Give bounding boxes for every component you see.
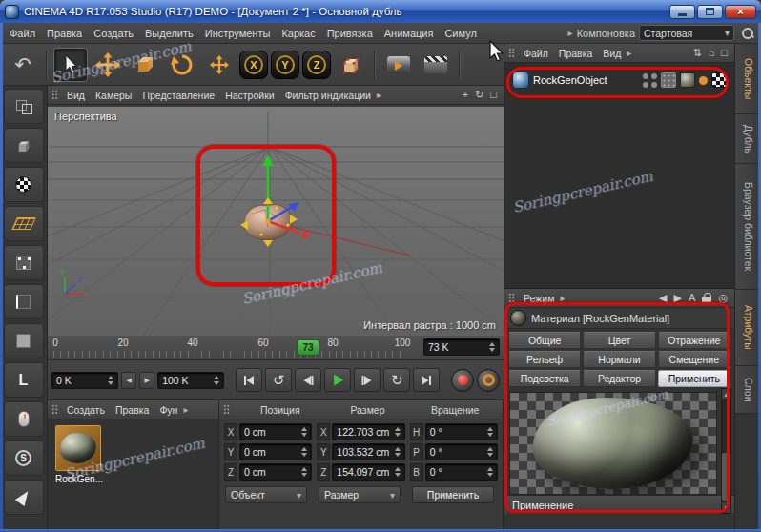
timeline-ruler[interactable]: 0 20 40 60 80 100 73 73 K — [48, 336, 504, 360]
render-view-button[interactable] — [381, 48, 416, 82]
grip-icon[interactable] — [508, 48, 515, 58]
play-backward-button[interactable]: ↺ — [265, 368, 292, 392]
rotate-tool[interactable] — [165, 48, 199, 82]
titlebar[interactable]: CINEMA 4D R17.053 Studio (R17) DEMO - [Д… — [0, 0, 761, 23]
menu-edit[interactable]: Правка — [41, 23, 88, 44]
range-start-field[interactable]: 0 K — [51, 372, 118, 389]
grip-icon[interactable] — [51, 404, 58, 415]
undo-button[interactable]: ↶ — [6, 48, 40, 82]
range-end-spinner[interactable] — [211, 376, 219, 385]
spinner[interactable] — [392, 467, 401, 477]
z-axis-lock-button[interactable]: Z — [302, 51, 331, 79]
make-editable-button[interactable] — [4, 89, 44, 124]
position-y-field[interactable]: 0 cm — [239, 443, 312, 460]
viewport-solo-button[interactable] — [4, 401, 44, 437]
menu-animation[interactable]: Анимация — [379, 23, 440, 44]
record-button[interactable] — [451, 369, 474, 392]
grip-icon[interactable] — [223, 404, 230, 415]
frame-spinner[interactable] — [486, 342, 495, 352]
render-settings-button[interactable] — [419, 48, 453, 82]
points-mode-button[interactable] — [4, 245, 44, 280]
side-tab-objects[interactable]: Объекты — [735, 44, 761, 114]
play-forward-button[interactable]: ↻ — [383, 368, 410, 392]
rotate-view-icon[interactable]: ↻ — [472, 90, 486, 100]
next-key-button[interactable] — [354, 368, 380, 392]
texture-mode-button[interactable] — [4, 167, 44, 202]
material-name[interactable]: RockGen... — [55, 474, 105, 484]
goto-start-button[interactable] — [236, 368, 262, 392]
menu-create[interactable]: Создать — [88, 23, 139, 44]
ruler-track[interactable]: 0 20 40 60 80 100 73 — [50, 336, 420, 360]
play-button[interactable] — [324, 368, 351, 392]
spinner[interactable] — [298, 467, 307, 477]
close-button[interactable]: × — [725, 5, 756, 19]
rotation-b-field[interactable]: 0 ° — [425, 463, 498, 481]
autokey-button[interactable] — [477, 369, 500, 392]
coordinates-apply-button[interactable]: Применить — [412, 486, 494, 503]
x-axis-lock-button[interactable]: X — [239, 51, 268, 79]
last-used-tool[interactable] — [202, 48, 237, 82]
layout-select[interactable]: Стартовая ▾ — [639, 25, 734, 41]
side-tab-take[interactable]: Дубль — [735, 114, 761, 164]
polygons-mode-button[interactable] — [4, 323, 44, 358]
range-next-button[interactable]: ▶ — [139, 372, 154, 389]
edges-mode-button[interactable] — [4, 284, 44, 319]
material-menu-create[interactable]: Создать — [62, 400, 110, 419]
filter-icon[interactable]: □ — [718, 48, 730, 58]
material-thumbnail[interactable] — [55, 425, 101, 471]
side-tab-content-browser[interactable]: Браузер библиотек — [735, 164, 761, 290]
viewport-menu-display[interactable]: Представление — [137, 86, 219, 105]
toggle-view-icon[interactable]: □ — [487, 90, 500, 100]
side-tab-layers[interactable]: Слои — [735, 366, 761, 414]
spinner[interactable] — [298, 427, 307, 437]
range-end-field[interactable]: 100 K — [157, 372, 224, 389]
material-menu-edit[interactable]: Правка — [111, 400, 154, 419]
menu-file[interactable]: Файл — [4, 23, 41, 44]
object-menu-file[interactable]: Файл — [519, 44, 553, 63]
current-frame-marker[interactable]: 73 — [297, 339, 319, 356]
sort-icon[interactable]: ⇅ — [689, 48, 704, 58]
range-prev-button[interactable]: ◀ — [121, 372, 136, 389]
spinner[interactable] — [484, 447, 493, 457]
object-mode-dropdown[interactable]: Объект▾ — [225, 486, 307, 503]
snap-toggle-button[interactable]: S — [4, 440, 44, 476]
spinner[interactable] — [484, 467, 493, 477]
side-tab-attributes[interactable]: Атрибуты — [735, 290, 761, 366]
search-icon[interactable] — [741, 27, 754, 40]
overflow-arrow-icon[interactable]: ▸ — [627, 48, 631, 58]
material-menu-function[interactable]: Фун — [154, 400, 182, 419]
menu-simulate[interactable]: Симул — [439, 23, 482, 44]
spinner[interactable] — [484, 427, 493, 437]
grip-icon[interactable] — [51, 90, 58, 100]
spline-pen-button[interactable] — [4, 480, 44, 515]
spinner[interactable] — [298, 447, 307, 457]
previous-key-button[interactable] — [295, 368, 321, 392]
rotation-p-field[interactable]: 0 ° — [425, 443, 498, 460]
position-z-field[interactable]: 0 cm — [239, 463, 312, 481]
viewport-menu-cameras[interactable]: Камеры — [91, 86, 136, 105]
workplane-mode-button[interactable] — [4, 206, 44, 241]
move-tool[interactable] — [91, 48, 125, 82]
minimize-button[interactable] — [669, 5, 695, 19]
viewport-menu-options[interactable]: Настройки — [220, 86, 279, 105]
y-axis-lock-button[interactable]: Y — [271, 51, 299, 79]
home-icon[interactable]: ⌂ — [706, 48, 718, 58]
overflow-arrow-icon[interactable]: ▸ — [568, 28, 573, 38]
maximize-button[interactable] — [697, 5, 723, 19]
size-y-field[interactable]: 103.532 cm — [332, 443, 404, 460]
pan-view-icon[interactable]: + — [460, 90, 471, 100]
goto-end-button[interactable] — [413, 368, 440, 392]
coordinate-system-button[interactable] — [334, 48, 368, 82]
size-mode-dropdown[interactable]: Размер▾ — [319, 486, 401, 503]
spinner[interactable] — [392, 447, 401, 457]
viewport-menu-filter[interactable]: Фильтр индикации — [280, 86, 376, 105]
range-start-spinner[interactable] — [105, 376, 113, 385]
current-frame-field[interactable]: 73 K — [423, 338, 500, 356]
size-x-field[interactable]: 122.703 cm — [332, 423, 404, 440]
menu-select[interactable]: Выделить — [139, 23, 199, 44]
position-x-field[interactable]: 0 cm — [239, 423, 312, 440]
object-menu-view[interactable]: Вид — [598, 44, 626, 63]
rotation-h-field[interactable]: 0 ° — [425, 423, 498, 440]
axis-mode-button[interactable]: L — [4, 362, 44, 398]
overflow-arrow-icon[interactable]: ▸ — [377, 90, 381, 100]
